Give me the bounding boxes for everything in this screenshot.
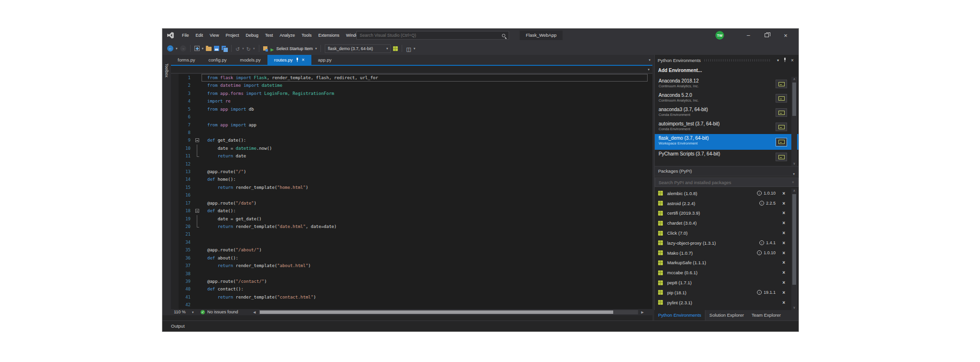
- code-editor[interactable]: 1from flask import Flask, render_templat…: [171, 74, 652, 309]
- scroll-thumb[interactable]: [792, 194, 796, 285]
- open-interactive-window-button[interactable]: [776, 123, 787, 131]
- restore-button[interactable]: [759, 29, 774, 42]
- fold-collapse-icon[interactable]: [195, 138, 199, 142]
- code-line[interactable]: 18def date():: [171, 207, 652, 215]
- package-row[interactable]: pep8 (1.7.1): [655, 278, 799, 288]
- environment-item[interactable]: Anaconda 5.2.0Continuum Analytics, Inc.: [655, 91, 799, 105]
- toolbox-tab[interactable]: Toolbox: [164, 63, 169, 77]
- code-line[interactable]: 3from app.forms import LoginForm, Regist…: [171, 90, 652, 97]
- uninstall-package-icon[interactable]: [782, 260, 785, 265]
- code-line[interactable]: 5from app import db: [171, 105, 652, 113]
- tab-forms.py[interactable]: forms.py: [171, 55, 202, 65]
- package-row[interactable]: MarkupSafe (1.1.1): [655, 258, 799, 268]
- open-interactive-window-button[interactable]: [776, 108, 787, 117]
- code-line[interactable]: 15 return render_template("home.html"): [171, 184, 652, 191]
- package-row[interactable]: Mako (1.0.7)1.0.10: [655, 248, 799, 258]
- code-line[interactable]: 6: [171, 113, 652, 121]
- zoom-level[interactable]: 110 %: [174, 309, 186, 315]
- save-all-icon[interactable]: [222, 46, 227, 52]
- uninstall-package-icon[interactable]: [782, 280, 785, 285]
- tab-app.py[interactable]: app.py: [311, 55, 339, 65]
- scroll-thumb[interactable]: [792, 83, 796, 116]
- code-line[interactable]: 11 return date: [171, 152, 652, 160]
- package-row[interactable]: alembic (1.0.8)1.0.10: [655, 188, 799, 198]
- scroll-up-icon[interactable]: [791, 77, 797, 81]
- uninstall-package-icon[interactable]: [782, 210, 785, 216]
- open-folder-icon[interactable]: [206, 47, 212, 51]
- add-environment-link[interactable]: Add Environment...: [655, 65, 799, 76]
- code-line[interactable]: 41 return render_template("contact.html"…: [171, 293, 652, 301]
- search-box[interactable]: [356, 31, 509, 40]
- bottom-tab-python-environments[interactable]: Python Environments: [654, 310, 705, 321]
- redo-dropdown-icon[interactable]: [253, 47, 255, 51]
- environment-scrollbar[interactable]: [791, 77, 797, 166]
- code-line[interactable]: 8: [171, 129, 652, 136]
- code-line[interactable]: 13@app.route("/"): [171, 168, 652, 176]
- code-line[interactable]: 2from datetime import datetime: [171, 82, 652, 89]
- environment-item[interactable]: flask_demo (3.7, 64-bit)Workspace Enviro…: [655, 134, 799, 150]
- code-line[interactable]: 19 date = get_date(): [171, 215, 652, 223]
- package-row[interactable]: pylint (2.3.1): [655, 298, 799, 308]
- package-search-input[interactable]: [655, 180, 792, 185]
- scroll-down-icon[interactable]: [791, 306, 797, 310]
- startup-dropdown-icon[interactable]: [315, 47, 317, 51]
- code-line[interactable]: 21: [171, 230, 652, 238]
- code-line[interactable]: 36def about():: [171, 254, 652, 262]
- bottom-tab-team-explorer[interactable]: Team Explorer: [748, 310, 785, 321]
- open-interactive-window-button[interactable]: [776, 94, 787, 103]
- menu-item-extensions[interactable]: Extensions: [315, 29, 343, 42]
- code-line[interactable]: 17@app.route("/date"): [171, 199, 652, 207]
- back-dropdown-icon[interactable]: [176, 47, 178, 51]
- new-dropdown-icon[interactable]: [202, 47, 204, 51]
- code-line[interactable]: 1from flask import Flask, render_templat…: [171, 74, 652, 82]
- menu-item-project[interactable]: Project: [222, 29, 242, 42]
- package-row[interactable]: mccabe (0.6.1): [655, 268, 799, 278]
- tab-routes.py[interactable]: routes.py: [267, 55, 311, 65]
- code-line[interactable]: 14def home():: [171, 176, 652, 183]
- menu-item-view[interactable]: View: [206, 29, 222, 42]
- navbar-dropdown-icon[interactable]: [648, 68, 650, 72]
- open-interactive-window-button[interactable]: [776, 138, 787, 146]
- code-line[interactable]: 38: [171, 270, 652, 278]
- editor-navigation-bar[interactable]: [171, 66, 652, 73]
- hscroll-right-arrow[interactable]: [641, 310, 644, 314]
- package-row[interactable]: pip (18.1)19.1.1: [655, 288, 799, 298]
- package-row[interactable]: astroid (2.2.4)2.2.5: [655, 198, 799, 208]
- close-button[interactable]: [778, 29, 793, 42]
- save-icon[interactable]: [214, 46, 219, 51]
- package-row[interactable]: certifi (2019.3.9): [655, 208, 799, 218]
- code-line[interactable]: 37 return render_template("about.html"): [171, 262, 652, 269]
- code-line[interactable]: 40def contact():: [171, 285, 652, 293]
- open-interactive-window-button[interactable]: [776, 153, 787, 161]
- code-line[interactable]: 4import re: [171, 97, 652, 105]
- panel-close-icon[interactable]: [789, 58, 796, 63]
- code-line[interactable]: 16: [171, 191, 652, 199]
- fold-collapse-icon[interactable]: [195, 209, 199, 213]
- package-row[interactable]: Click (7.0): [655, 228, 799, 238]
- uninstall-package-icon[interactable]: [782, 230, 785, 236]
- package-upgrade[interactable]: 1.0.10: [757, 191, 776, 196]
- panel-pin-icon[interactable]: [783, 58, 787, 62]
- menu-item-debug[interactable]: Debug: [242, 29, 262, 42]
- package-scrollbar[interactable]: [791, 188, 797, 310]
- code-line[interactable]: 35@app.route("/about/"): [171, 246, 652, 254]
- window-layout-icon[interactable]: [406, 44, 411, 53]
- environment-item[interactable]: autoimports_test (3.7, 64-bit)Conda Envi…: [655, 120, 799, 134]
- environment-item[interactable]: anaconda3 (3.7, 64-bit)Conda Environment: [655, 105, 799, 120]
- tab-models.py[interactable]: models.py: [233, 55, 267, 65]
- horizontal-scrollbar[interactable]: [259, 310, 638, 314]
- code-line[interactable]: 34: [171, 238, 652, 246]
- uninstall-package-icon[interactable]: [782, 191, 785, 196]
- tab-overflow-icon[interactable]: [649, 55, 650, 65]
- menu-item-edit[interactable]: Edit: [192, 29, 207, 42]
- navigate-back-icon[interactable]: ←: [167, 45, 173, 52]
- hscroll-left-arrow[interactable]: [253, 310, 256, 314]
- code-line[interactable]: 10 date = datetime.now(): [171, 145, 652, 152]
- package-upgrade[interactable]: 19.1.1: [757, 290, 776, 295]
- hscroll-thumb[interactable]: [260, 310, 613, 314]
- clear-search-icon[interactable]: [792, 180, 794, 185]
- code-line[interactable]: 12: [171, 160, 652, 168]
- zoom-dropdown-icon[interactable]: [192, 310, 194, 314]
- startup-item-label[interactable]: Select Startup Item: [276, 46, 313, 51]
- environment-item[interactable]: Anaconda 2018.12Continuum Analytics, Inc…: [655, 77, 799, 91]
